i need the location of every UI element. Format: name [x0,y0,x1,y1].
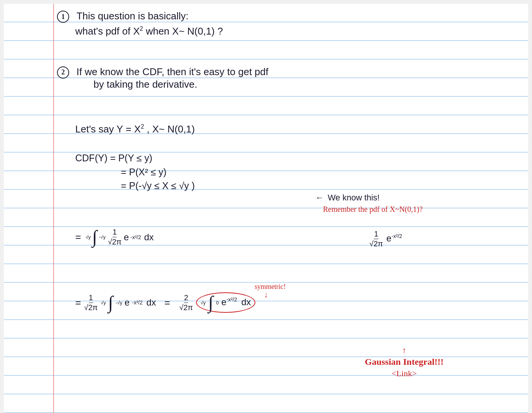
section-1: 1 This question is basically: what's pdf… [57,11,223,36]
section1-dist: N(0,1) ? [185,25,223,37]
integral2-e: e [125,297,130,308]
cdf-block: CDF(Y) = P(Y ≤ y) = P(X² ≤ y) = P(-√y ≤ … [75,152,195,194]
section1-text1: This question is basically: [76,10,188,22]
integral1-frac-den: √2π [108,237,122,246]
we-know-text: We know this! [328,193,380,202]
section-2: 2 If we know the CDF, then it's easy to … [57,66,268,90]
notebook-page: 1 This question is basically: what's pdf… [4,4,528,413]
integral2-upper: √y [101,300,106,306]
integral2-frac1: 1 √2π [84,293,98,312]
arrow-left-icon: ← [315,193,324,202]
circle-number-2: 2 [57,66,69,79]
lets-say-sim: ~ [159,123,165,135]
cdf-line3-mid: ≤ X ≤ [152,180,179,191]
integral1-lower-limit: -√y [99,234,106,240]
integral1-frac-num: 1 [112,228,117,237]
cdf-line3-pre: = P(- [121,180,142,191]
gaussian-annotation: ↑ Gaussian Integral!!! <Link> [365,345,443,378]
remember-text: Remember the pdf of X~N(0,1)? [323,205,423,213]
pdf-e: e [386,233,391,243]
section2-line2: by taking the derivative. [75,79,268,90]
integral2-lower2: 0 [216,300,218,306]
integral2-exp: -x²/2 [132,300,142,306]
integral2-symbol2: ∫ [208,295,213,310]
integral-line-1: = √y ∫ -√y 1 √2π e-x²/2 dx [75,228,154,246]
integral1-exp: -x²/2 [130,234,141,240]
integral2-equals2: = [165,297,170,309]
integral2-e2: e [222,297,226,307]
lets-say-exp: 2 [141,123,144,130]
cdf-line2: = P(X² ≤ y) [121,166,195,178]
section1-when: when X [143,25,179,37]
integral2-upper2: √y [201,300,206,306]
integral2-equals1: = [75,297,81,309]
integral1-symbol: ∫ [92,230,97,244]
integral2-frac2: 2 √2π [179,293,193,312]
integral2-circled: √y ∫ 0 e-x²/2 dx [196,292,256,313]
cdf-line1: CDF(Y) = P(Y ≤ y) [75,152,195,164]
integral1-upper-limit: √y [86,234,91,240]
pdf-frac-num: 1 [374,230,378,239]
integral2-symbol: ∫ [108,295,113,310]
cdf-sqrt2: √y [179,180,189,191]
pdf-fraction: 1 √2π [369,230,383,248]
cdf-line3-end: ) [189,180,195,191]
pdf-aside: 1 √2π e-x²/2 [369,230,402,248]
gaussian-arrow-up: ↑ [365,345,443,355]
integral1-equals: = [75,231,81,243]
pdf-exp: -x²/2 [391,233,402,239]
cdf-sqrt1: √y [142,180,152,191]
symmetric-arrow: ↓ [264,290,268,299]
lets-say-line: Let's say Y = X2 , X~ N(0,1) [75,123,195,135]
integral-line-2: = 1 √2π √y ∫ -√y e-x²/2 dx = 2 √2π [75,292,255,313]
lets-say-post: , X [144,123,159,135]
section1-line2: what's pdf of X2 when X~ N(0,1) ? [75,26,223,36]
we-know-annotation: ← We know this! [315,193,380,203]
pdf-frac-den: √2π [369,239,383,248]
section1-sim: ~ [179,25,184,37]
gaussian-link[interactable]: <Link> [365,369,443,378]
section1-whats: what's pdf of X [75,25,140,37]
integral2-exp2: -x²/2 [226,296,237,303]
remember-annotation: Remember the pdf of X~N(0,1)? [323,205,423,214]
lets-say-dist: N(0,1) [165,123,195,135]
integral2-dx2: dx [241,297,251,307]
gaussian-text: Gaussian Integral!!! [365,357,443,367]
symmetric-label: symmetric! [255,283,286,291]
section1-line1: 1 This question is basically: [57,11,223,23]
section2-line1: 2 If we know the CDF, then it's easy to … [57,66,268,79]
section2-text1: If we know the CDF, then it's easy to ge… [76,66,268,77]
integral2-lower: -√y [116,300,122,306]
integral1-e: e [124,232,129,243]
integral1-fraction: 1 √2π [108,228,122,246]
integral1-dx: dx [144,232,154,243]
cdf-line3: = P(-√y ≤ X ≤ √y ) [121,180,195,192]
circle-number-1: 1 [57,11,69,23]
lets-say-text: Let's say Y = X [75,123,141,135]
integral2-dx: dx [146,297,156,308]
